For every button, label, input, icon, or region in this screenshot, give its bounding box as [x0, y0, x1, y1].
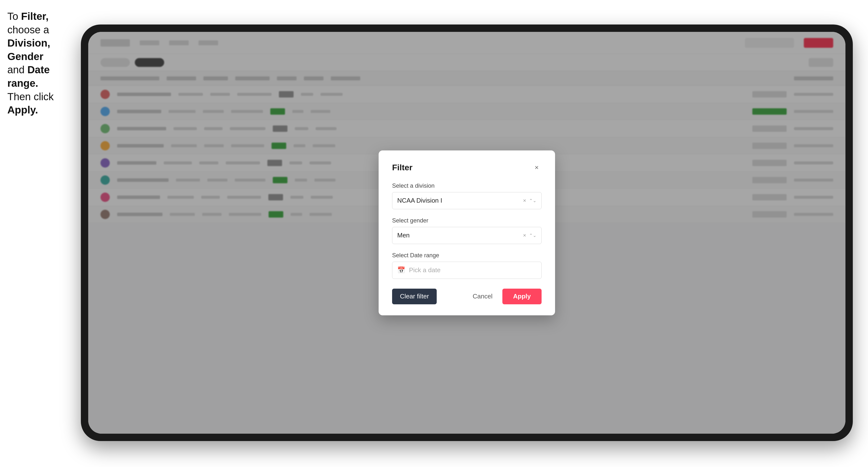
modal-footer-right: Cancel Apply — [468, 289, 541, 304]
division-clear-icon[interactable]: × — [523, 197, 526, 204]
gender-selected-value: Men — [397, 231, 523, 239]
division-select[interactable]: NCAA Division I × ⌃⌄ — [392, 192, 541, 209]
clear-filter-button[interactable]: Clear filter — [392, 289, 437, 304]
modal-title: Filter — [392, 163, 412, 172]
division-form-group: Select a division NCAA Division I × ⌃⌄ — [392, 182, 541, 209]
gender-arrows-icon: ⌃⌄ — [529, 233, 536, 238]
gender-label: Select gender — [392, 217, 541, 224]
apply-button[interactable]: Apply — [502, 289, 541, 304]
modal-close-button[interactable]: × — [532, 163, 541, 173]
gender-clear-icon[interactable]: × — [523, 232, 526, 239]
modal-footer: Clear filter Cancel Apply — [392, 289, 541, 304]
date-range-label: Select Date range — [392, 252, 541, 259]
gender-select-controls: × ⌃⌄ — [523, 232, 536, 239]
date-range-form-group: Select Date range 📅 Pick a date — [392, 252, 541, 279]
calendar-icon: 📅 — [397, 266, 405, 274]
date-range-input[interactable]: 📅 Pick a date — [392, 262, 541, 279]
tablet-screen: Filter × Select a division NCAA Division… — [88, 32, 845, 434]
tablet-frame: Filter × Select a division NCAA Division… — [81, 25, 853, 441]
cancel-button[interactable]: Cancel — [468, 289, 497, 304]
gender-select[interactable]: Men × ⌃⌄ — [392, 227, 541, 244]
close-icon: × — [535, 164, 539, 172]
gender-form-group: Select gender Men × ⌃⌄ — [392, 217, 541, 244]
division-select-controls: × ⌃⌄ — [523, 197, 536, 204]
modal-header: Filter × — [392, 163, 541, 173]
instruction-line3: and Date range. — [7, 64, 50, 89]
modal-overlay: Filter × Select a division NCAA Division… — [88, 32, 845, 434]
instruction-line2: Division, Gender — [7, 37, 50, 62]
instruction-line1: To Filter, choose a — [7, 10, 49, 35]
division-selected-value: NCAA Division I — [397, 197, 523, 204]
division-arrows-icon: ⌃⌄ — [529, 198, 536, 204]
filter-modal: Filter × Select a division NCAA Division… — [379, 150, 555, 315]
instruction-line4: Then click Apply. — [7, 91, 54, 116]
date-placeholder: Pick a date — [409, 266, 441, 274]
instruction-text: To Filter, choose a Division, Gender and… — [7, 10, 79, 117]
division-label: Select a division — [392, 182, 541, 189]
